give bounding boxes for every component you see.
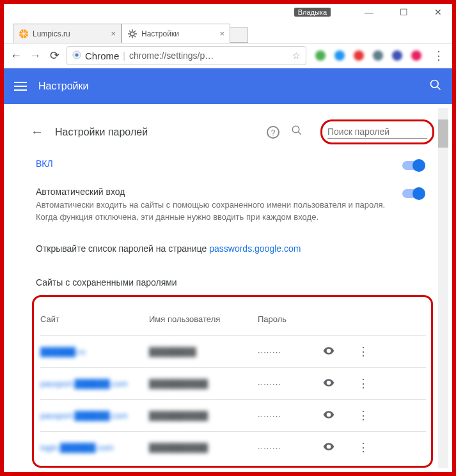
row-menu-button[interactable]: ⋮ bbox=[354, 344, 373, 358]
password-masked: ········ bbox=[258, 347, 322, 357]
url-text: chrome://settings/p… bbox=[129, 50, 214, 61]
password-site[interactable]: ██████.ru bbox=[40, 347, 149, 357]
passwords-google-link[interactable]: passwords.google.com bbox=[209, 243, 301, 254]
help-icon[interactable]: ? bbox=[267, 126, 279, 139]
passwords-link-prefix: Открывайте список паролей на странице bbox=[36, 243, 209, 254]
table-row: passport.██████.com ██████████ ········ … bbox=[40, 399, 426, 431]
auto-signin-description: Автоматически входить на сайты с помощью… bbox=[36, 199, 393, 224]
password-site[interactable]: login.██████.com bbox=[40, 443, 149, 452]
window-maximize-button[interactable]: ☐ bbox=[396, 7, 411, 17]
favicon-icon bbox=[19, 29, 29, 39]
scrollbar[interactable] bbox=[438, 108, 448, 468]
row-menu-button[interactable]: ⋮ bbox=[354, 440, 373, 454]
new-tab-button[interactable] bbox=[230, 27, 248, 43]
search-passwords-highlight bbox=[320, 119, 434, 144]
browser-menu-button[interactable]: ⋮ bbox=[430, 49, 447, 63]
auto-signin-row: Автоматический вход Автоматически входит… bbox=[36, 187, 424, 224]
saved-passwords-table: Сайт Имя пользователя Пароль ██████.ru █… bbox=[32, 295, 433, 468]
window-titlebar: Владыка — ☐ ✕ bbox=[4, 4, 452, 20]
svg-line-5 bbox=[437, 86, 441, 89]
tab-label: Lumpics.ru bbox=[33, 29, 70, 38]
svg-point-6 bbox=[292, 126, 299, 133]
offer-passwords-toggle[interactable] bbox=[402, 161, 424, 170]
auto-signin-toggle[interactable] bbox=[402, 189, 424, 198]
show-password-icon[interactable] bbox=[322, 376, 336, 390]
password-site[interactable]: passport.██████.com bbox=[40, 379, 149, 388]
extensions-area bbox=[311, 50, 425, 61]
table-row: ██████.ru ████████ ········ ⋮ bbox=[40, 335, 426, 367]
on-label: ВКЛ bbox=[36, 158, 393, 169]
password-masked: ········ bbox=[258, 379, 322, 388]
url-scheme-label: Chrome bbox=[85, 50, 119, 61]
auto-signin-title: Автоматический вход bbox=[36, 187, 393, 197]
show-password-icon[interactable] bbox=[322, 440, 336, 454]
back-arrow-icon[interactable]: ← bbox=[31, 125, 43, 139]
password-masked: ········ bbox=[258, 411, 322, 420]
window-minimize-button[interactable]: — bbox=[361, 7, 377, 17]
menu-icon[interactable] bbox=[14, 82, 27, 91]
toolbar: ← → ⟳ Chrome | chrome://settings/p… ☆ ⋮ bbox=[4, 43, 452, 68]
tab-lumpics[interactable]: Lumpics.ru × bbox=[13, 24, 122, 43]
table-row: passport.██████.com ██████████ ········ … bbox=[40, 367, 426, 399]
close-icon[interactable]: × bbox=[219, 29, 224, 38]
settings-header: Настройки bbox=[4, 68, 452, 104]
scrollbar-thumb[interactable] bbox=[438, 119, 448, 148]
gear-icon bbox=[127, 29, 138, 39]
password-username: ████████ bbox=[149, 347, 258, 357]
svg-point-3 bbox=[75, 53, 78, 56]
svg-line-7 bbox=[298, 132, 301, 135]
address-bar[interactable]: Chrome | chrome://settings/p… ☆ bbox=[67, 46, 306, 65]
show-password-icon[interactable] bbox=[322, 408, 336, 422]
password-username: ██████████ bbox=[149, 411, 258, 420]
forward-button: → bbox=[28, 49, 42, 63]
password-username: ██████████ bbox=[149, 443, 258, 452]
table-row: login.██████.com ██████████ ········ ⋮ bbox=[40, 431, 426, 463]
svg-point-1 bbox=[130, 32, 134, 36]
extension-icon[interactable] bbox=[334, 50, 345, 61]
password-site[interactable]: passport.██████.com bbox=[40, 411, 149, 420]
show-password-icon[interactable] bbox=[322, 344, 336, 358]
window-close-button[interactable]: ✕ bbox=[430, 7, 446, 17]
settings-content: ← Настройки паролей ? ВКЛ Автоматический… bbox=[8, 108, 448, 468]
extension-icon[interactable] bbox=[373, 50, 383, 61]
password-masked: ········ bbox=[258, 443, 322, 452]
offer-passwords-row: ВКЛ bbox=[36, 158, 424, 170]
row-menu-button[interactable]: ⋮ bbox=[354, 376, 373, 390]
profile-chip[interactable]: Владыка bbox=[294, 8, 331, 17]
close-icon[interactable]: × bbox=[111, 29, 116, 38]
chrome-icon bbox=[72, 50, 81, 61]
header-password: Пароль bbox=[258, 314, 322, 324]
svg-point-4 bbox=[431, 80, 439, 88]
page-title: Настройки bbox=[38, 81, 88, 92]
saved-passwords-title: Сайты с сохраненными паролями bbox=[36, 277, 448, 288]
extension-icon[interactable] bbox=[392, 50, 402, 61]
search-icon[interactable] bbox=[429, 79, 442, 95]
search-passwords-input[interactable] bbox=[327, 125, 427, 139]
password-username: ██████████ bbox=[149, 379, 258, 388]
tab-label: Настройки bbox=[141, 29, 179, 38]
search-icon bbox=[291, 125, 303, 139]
subpage-title: Настройки паролей bbox=[55, 127, 148, 138]
bookmark-star-icon[interactable]: ☆ bbox=[292, 50, 301, 61]
tab-settings[interactable]: Настройки × bbox=[122, 24, 230, 43]
tab-strip: Lumpics.ru × Настройки × bbox=[4, 20, 452, 43]
passwords-subheader: ← Настройки паролей ? bbox=[8, 108, 448, 148]
row-menu-button[interactable]: ⋮ bbox=[354, 408, 373, 422]
back-button[interactable]: ← bbox=[9, 49, 23, 63]
table-header-row: Сайт Имя пользователя Пароль bbox=[40, 303, 426, 335]
extension-icon[interactable] bbox=[354, 50, 364, 61]
header-username: Имя пользователя bbox=[149, 314, 258, 324]
reload-button[interactable]: ⟳ bbox=[47, 49, 61, 63]
extension-icon[interactable] bbox=[411, 50, 421, 61]
header-site: Сайт bbox=[40, 314, 149, 324]
extension-icon[interactable] bbox=[315, 50, 326, 61]
